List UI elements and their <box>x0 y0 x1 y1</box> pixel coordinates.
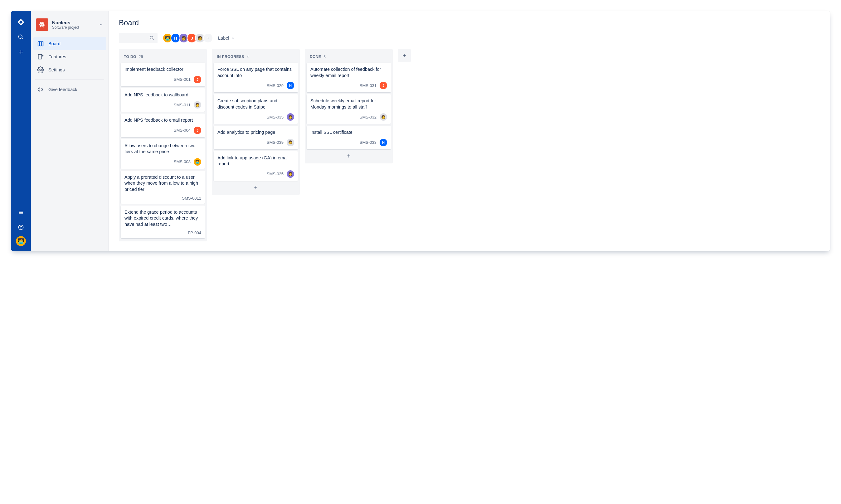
card-assignee-avatar: J <box>194 127 201 134</box>
kanban-board: To do29Implement feedback collectorSMS-0… <box>119 49 820 244</box>
board-column: To do29Implement feedback collectorSMS-0… <box>119 49 207 241</box>
svg-rect-13 <box>38 41 40 46</box>
sidebar-item-feedback[interactable]: Give feedback <box>33 83 106 96</box>
column-header[interactable]: In progress4 <box>214 52 298 63</box>
project-switcher[interactable]: Nucleus Software project <box>33 18 106 36</box>
card-title: Add NPS feedback to wallboard <box>124 92 201 98</box>
card-footer: SMS-033H <box>310 139 387 146</box>
issue-card[interactable]: Install SSL certificateSMS-033H <box>307 126 391 149</box>
card-title: Schedule weekly email report for Monday … <box>310 98 387 110</box>
add-card-button[interactable]: + <box>307 149 391 160</box>
svg-point-20 <box>150 36 153 39</box>
search-icon[interactable] <box>15 31 27 43</box>
create-icon[interactable] <box>15 46 27 58</box>
card-footer: SMS-008🧑‍💻 <box>124 158 201 166</box>
card-title: Extend the grace period to accounts with… <box>124 209 201 228</box>
column-count: 29 <box>139 55 143 59</box>
svg-point-19 <box>40 69 41 71</box>
board-column: In progress4Force SSL on any page that c… <box>212 49 300 195</box>
sidebar-nav: Board Features Settings Give feedback <box>33 37 106 96</box>
card-title: Force SSL on any page that contains acco… <box>217 67 294 78</box>
board-icon <box>37 40 44 47</box>
sidebar-item-label: Features <box>48 54 66 59</box>
global-navigation-rail: 🧑‍💻 <box>11 11 31 251</box>
issue-card[interactable]: Create subscription plans and discount c… <box>214 94 298 124</box>
label-filter-dropdown[interactable]: Label <box>218 36 235 40</box>
issue-card[interactable]: Apply a prorated discount to a user when… <box>121 170 205 204</box>
card-title: Apply a prorated discount to a user when… <box>124 174 201 193</box>
help-icon[interactable] <box>15 221 27 234</box>
chevron-down-icon <box>99 22 104 27</box>
main-content: Board 🧑‍💻H👩J🧑+ Label To do29Implement fe… <box>109 11 830 251</box>
card-assignee-avatar: J <box>194 76 201 83</box>
issue-key: SMS-011 <box>174 103 191 107</box>
svg-rect-16 <box>38 55 42 59</box>
svg-point-9 <box>41 24 43 25</box>
svg-rect-15 <box>42 41 43 46</box>
app-shell: 🧑‍💻 Nucleus Software project Board <box>11 11 830 251</box>
card-assignee-avatar: 👩 <box>287 113 294 121</box>
label-filter-text: Label <box>218 36 229 40</box>
issue-key: SMS-033 <box>360 140 377 145</box>
card-footer: SMS-035👩 <box>217 113 294 121</box>
card-title: Allow users to change between two tiers … <box>124 143 201 155</box>
board-toolbar: 🧑‍💻H👩J🧑+ Label <box>119 33 820 43</box>
issue-key: SMS-008 <box>174 159 191 164</box>
card-assignee-avatar: 🧑 <box>194 101 201 109</box>
project-subtitle: Software project <box>52 25 79 30</box>
features-icon <box>37 53 44 60</box>
column-name: In progress <box>217 55 244 59</box>
issue-card[interactable]: Extend the grace period to accounts with… <box>121 205 205 239</box>
issue-card[interactable]: Allow users to change between two tiers … <box>121 139 205 169</box>
page-title: Board <box>119 18 820 27</box>
svg-point-0 <box>19 35 22 39</box>
issue-card[interactable]: Add NPS feedback to wallboardSMS-011🧑 <box>121 88 205 112</box>
column-count: 4 <box>247 55 249 59</box>
nav-divider <box>35 79 104 80</box>
sidebar-item-board[interactable]: Board <box>33 37 106 50</box>
card-title: Install SSL certificate <box>310 129 387 136</box>
issue-card[interactable]: Add analytics to pricing pageSMS-039🧑 <box>214 126 298 149</box>
card-title: Create subscription plans and discount c… <box>217 98 294 110</box>
project-icon <box>36 18 48 31</box>
issue-card[interactable]: Force SSL on any page that contains acco… <box>214 63 298 92</box>
add-column-button[interactable]: + <box>398 49 411 62</box>
issue-card[interactable]: Add NPS feedback to email reportSMS-004J <box>121 113 205 137</box>
megaphone-icon <box>37 86 44 93</box>
card-footer: SMS-029H <box>217 82 294 89</box>
card-assignee-avatar: H <box>287 82 294 89</box>
card-title: Add NPS feedback to email report <box>124 117 201 124</box>
card-footer: SMS-031J <box>310 82 387 89</box>
add-assignee-button[interactable]: + <box>203 33 213 43</box>
card-footer: SMS-0012 <box>124 196 201 200</box>
product-logo-icon[interactable] <box>15 16 27 29</box>
column-header[interactable]: To do29 <box>121 52 205 63</box>
issue-card[interactable]: Automate collection of feedback for week… <box>307 63 391 92</box>
sidebar-item-settings[interactable]: Settings <box>33 63 106 76</box>
sidebar-item-features[interactable]: Features <box>33 50 106 63</box>
issue-key: SMS-029 <box>267 83 284 88</box>
project-sidebar: Nucleus Software project Board Features <box>31 11 109 251</box>
card-assignee-avatar: 🧑‍💻 <box>194 158 201 166</box>
issue-card[interactable]: Add link to app usage (GA) in email repo… <box>214 151 298 181</box>
assignee-filter-avatars: 🧑‍💻H👩J🧑+ <box>162 33 213 43</box>
issue-key: SMS-004 <box>174 128 191 132</box>
card-title: Add link to app usage (GA) in email repo… <box>217 155 294 167</box>
menu-icon[interactable] <box>15 206 27 219</box>
add-card-button[interactable]: + <box>214 181 298 192</box>
board-column: Done3Automate collection of feedback for… <box>305 49 393 163</box>
column-count: 3 <box>323 55 326 59</box>
card-assignee-avatar: 🧑 <box>287 139 294 146</box>
search-icon <box>149 36 155 40</box>
issue-key: SMS-035 <box>267 115 284 120</box>
card-list: Force SSL on any page that contains acco… <box>214 63 298 181</box>
card-footer: SMS-004J <box>124 127 201 134</box>
issue-card[interactable]: Schedule weekly email report for Monday … <box>307 94 391 124</box>
column-header[interactable]: Done3 <box>307 52 391 63</box>
gear-icon <box>37 67 44 73</box>
card-list: Automate collection of feedback for week… <box>307 63 391 149</box>
profile-avatar[interactable]: 🧑‍💻 <box>16 236 26 246</box>
board-search-input[interactable] <box>119 33 158 43</box>
issue-card[interactable]: Implement feedback collectorSMS-001J <box>121 63 205 86</box>
sidebar-item-label: Board <box>48 41 60 46</box>
